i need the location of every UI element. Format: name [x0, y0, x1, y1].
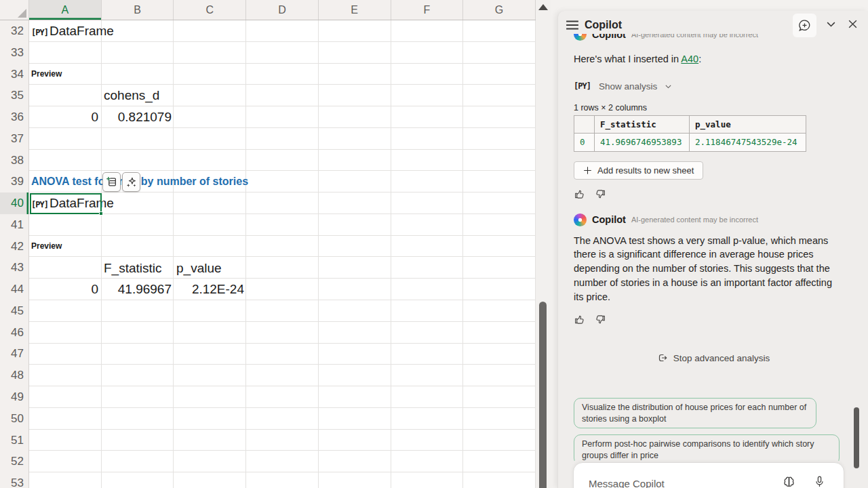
message-input-container — [573, 462, 844, 488]
sparkle-icon — [125, 176, 137, 188]
add-results-button[interactable]: Add results to new sheet — [574, 161, 703, 180]
cell-c44[interactable]: 2.12E-24 — [174, 279, 244, 300]
column-header-d[interactable]: D — [246, 0, 319, 20]
active-cell-selection[interactable] — [30, 193, 102, 215]
cell-b35[interactable]: cohens_d — [104, 85, 159, 106]
show-analysis-toggle[interactable]: [PY] Show analysis — [574, 81, 853, 92]
insert-data-button[interactable] — [102, 172, 121, 192]
row-header-46[interactable]: 46 — [0, 322, 28, 344]
close-panel-button[interactable] — [846, 18, 859, 30]
stop-advanced-analysis-button[interactable]: Stop advanced analysis — [574, 352, 853, 363]
column-header-b[interactable]: B — [102, 0, 174, 20]
ai-disclaimer: AI-generated content may be incorrect — [631, 34, 758, 39]
message-copilot-input[interactable] — [589, 478, 778, 488]
copilot-logo-icon — [574, 214, 587, 226]
row-header-51[interactable]: 51 — [0, 430, 28, 451]
python-icon: [PY] — [574, 81, 591, 91]
row-header-32[interactable]: 32 — [0, 20, 28, 42]
feedback-row — [574, 314, 853, 325]
row-header-33[interactable]: 33 — [0, 42, 28, 64]
cell-a42[interactable]: Preview — [31, 236, 62, 258]
spreadsheet: A B C D E F G 32 33 34 35 36 37 38 39 40… — [0, 0, 551, 488]
scroll-up-arrow-icon[interactable] — [538, 4, 548, 10]
column-header-g[interactable]: G — [463, 0, 536, 20]
hamburger-icon — [566, 20, 579, 30]
result-table: F_statistic p_value 0 41.9696746953893 2… — [574, 115, 806, 152]
row-header-53[interactable]: 53 — [0, 472, 28, 488]
row-header-52[interactable]: 52 — [0, 451, 28, 472]
row-header-45[interactable]: 45 — [0, 300, 28, 322]
table-header-p-value: p_value — [690, 115, 806, 133]
row-header-39[interactable]: 39 — [0, 171, 28, 192]
chat-scroll-area[interactable]: Copilot AI-generated content may be inco… — [574, 34, 853, 461]
inserted-line: Here's what I inserted in A40: — [574, 52, 853, 66]
column-header-f[interactable]: F — [391, 0, 464, 20]
column-header-a[interactable]: A — [29, 0, 102, 20]
row-header-44[interactable]: 44 — [0, 279, 28, 300]
thumbs-down-icon[interactable] — [595, 188, 606, 200]
row-header-47[interactable]: 47 — [0, 343, 28, 365]
cell-c43[interactable]: p_value — [176, 258, 222, 279]
suggestion-chip-posthoc[interactable]: Perform post-hoc pairwise comparisons to… — [574, 434, 840, 461]
copilot-panel-title: Copilot — [585, 19, 622, 31]
row-header-37[interactable]: 37 — [0, 128, 28, 150]
row-header-43[interactable]: 43 — [0, 257, 28, 279]
row-header-34[interactable]: 34 — [0, 64, 28, 85]
table-header-f-statistic: F_statistic — [595, 115, 690, 133]
row-header-36[interactable]: 36 — [0, 106, 28, 128]
menu-button[interactable] — [566, 20, 579, 30]
insert-table-icon — [106, 176, 117, 188]
thumbs-up-icon[interactable] — [574, 314, 585, 325]
row-header-35[interactable]: 35 — [0, 85, 28, 106]
row-header-48[interactable]: 48 — [0, 365, 28, 386]
python-icon: [PY] — [31, 28, 48, 37]
microphone-icon[interactable] — [813, 475, 826, 488]
analyze-button[interactable] — [122, 172, 140, 192]
feedback-row — [574, 188, 853, 200]
row-header-49[interactable]: 49 — [0, 386, 28, 408]
table-dimensions-caption: 1 rows × 2 columns — [574, 103, 853, 113]
stop-advanced-analysis-label: Stop advanced analysis — [673, 353, 770, 363]
suggestion-chip-boxplot[interactable]: Visualize the distribution of house pric… — [574, 398, 816, 428]
new-chat-bubble-plus-icon — [798, 19, 811, 32]
select-all-triangle-icon — [18, 9, 26, 18]
close-icon — [846, 18, 859, 30]
table-header-index — [574, 115, 595, 133]
row-header-40[interactable]: 40 — [0, 192, 28, 214]
thumbs-down-icon[interactable] — [595, 314, 606, 325]
cell-b44[interactable]: 41.96967 — [102, 279, 172, 300]
chevron-down-icon — [664, 82, 673, 91]
cell-b36[interactable]: 0.821079 — [102, 106, 172, 128]
panel-scrollbar-thumb[interactable] — [854, 407, 859, 468]
column-header-e[interactable]: E — [319, 0, 391, 20]
row-header-42[interactable]: 42 — [0, 236, 28, 258]
cell-a44[interactable]: 0 — [29, 279, 98, 300]
row-header-38[interactable]: 38 — [0, 150, 28, 171]
brain-icon[interactable] — [783, 475, 795, 488]
cell-reference-link[interactable]: A40 — [681, 54, 698, 64]
plus-icon — [583, 166, 592, 175]
collapse-panel-button[interactable] — [825, 18, 837, 30]
row-header-41[interactable]: 41 — [0, 214, 28, 236]
message-header: Copilot AI-generated content may be inco… — [574, 214, 853, 226]
thumbs-up-icon[interactable] — [574, 188, 585, 200]
column-header-c[interactable]: C — [174, 0, 246, 20]
fill-handle[interactable] — [99, 211, 103, 216]
cell-b43[interactable]: F_statistic — [104, 258, 162, 279]
cell-a34[interactable]: Preview — [31, 64, 62, 85]
copilot-logo-icon — [574, 34, 587, 41]
cell-a36[interactable]: 0 — [29, 106, 98, 128]
chevron-down-icon — [825, 18, 837, 30]
cell-a32[interactable]: [PY]DataFrame — [31, 20, 114, 42]
message-sender: Copilot — [592, 34, 626, 40]
sheet-vertical-scrollbar[interactable] — [536, 0, 551, 488]
select-all-corner[interactable] — [0, 0, 29, 20]
row-header-50[interactable]: 50 — [0, 408, 28, 430]
table-cell-index: 0 — [574, 133, 595, 151]
sheet-scrollbar-thumb[interactable] — [539, 302, 547, 488]
copilot-message-text: The ANOVA test shows a very small p-valu… — [574, 234, 842, 304]
message-header-clipped: Copilot AI-generated content may be inco… — [574, 34, 853, 41]
stop-exit-icon — [657, 352, 668, 363]
ai-disclaimer: AI-generated content may be incorrect — [631, 216, 758, 224]
copilot-panel: Copilot Copilot AI-generated content may… — [557, 11, 868, 488]
